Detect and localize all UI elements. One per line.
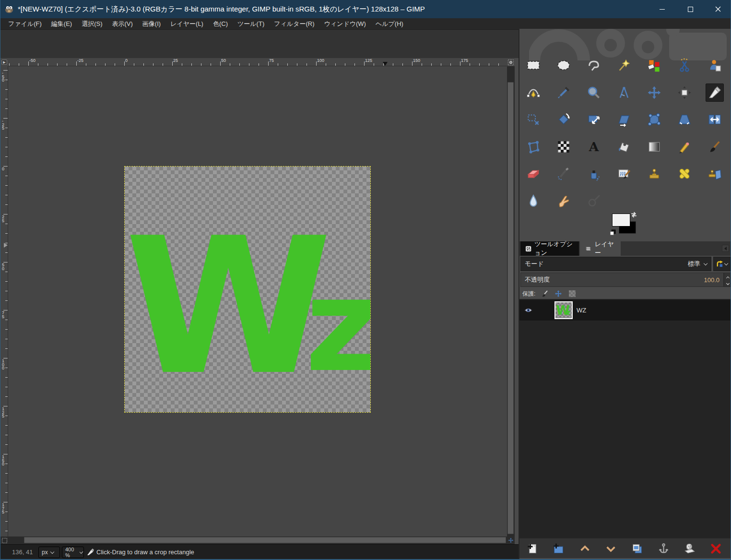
lock-position-icon[interactable] [554,290,562,298]
opacity-spinner[interactable] [724,273,731,287]
tool-ellipse-select[interactable] [554,56,573,74]
layer-mode-dropdown[interactable]: モード 標準 [520,257,711,271]
horizontal-scrollbar[interactable] [8,536,507,544]
dock-menu-button[interactable] [722,245,729,252]
tool-perspective[interactable] [675,110,694,129]
measure-icon [616,85,632,100]
lower-layer-button[interactable] [602,540,620,557]
menu-item-0[interactable]: ファイル(F) [3,18,47,30]
tool-flip[interactable] [706,110,724,129]
new-layer-button[interactable] [523,540,542,557]
menu-item-3[interactable]: 表示(V) [107,18,138,30]
menu-item-1[interactable]: 編集(E) [47,18,77,30]
layer-name[interactable]: WZ [577,307,586,314]
airbrush-icon [556,166,571,181]
tool-scissors-select[interactable] [675,56,694,74]
zoom-follow-window-button[interactable] [507,58,515,66]
tool-heal[interactable] [675,165,694,183]
quick-mask-toggle[interactable] [0,536,8,544]
tool-perspective-clone[interactable] [706,165,724,183]
tool-fuzzy-select[interactable] [615,56,633,74]
menu-item-7[interactable]: ツール(T) [233,18,269,30]
menu-item-10[interactable]: ヘルプ(H) [371,18,408,30]
new-layer-group-button[interactable] [550,540,568,557]
vertical-scrollbar-thumb[interactable] [507,82,514,534]
ruler-tick [354,63,355,66]
ruler-label: 1 0 0 [2,359,4,370]
anchor-layer-button[interactable] [654,540,672,557]
tool-free-select[interactable] [585,56,603,74]
unit-dropdown[interactable]: px [38,547,60,558]
tab-layers[interactable]: レイヤー [580,241,621,256]
close-button[interactable] [707,0,729,18]
tool-measure[interactable] [615,83,633,102]
ruler-label: -25 [77,59,83,63]
tool-color-picker[interactable] [554,83,573,102]
tool-ink[interactable] [585,165,603,183]
tool-select-by-color[interactable] [645,56,663,74]
tool-smudge[interactable] [554,192,573,210]
default-colors-icon[interactable] [610,229,616,236]
image-canvas[interactable]: W z [124,166,371,413]
tool-cage-transform[interactable] [524,138,542,156]
navigation-button[interactable] [507,536,515,544]
vertical-scrollbar[interactable] [507,66,515,536]
menu-item-6[interactable]: 色(C) [208,18,233,30]
tool-clone[interactable] [645,165,663,183]
tool-text[interactable]: A [585,138,603,156]
title-bar[interactable]: *[NEW-WZ70] (エクスポート済み)-3.0 (RGBカラー 8-bit… [0,0,731,18]
tool-airbrush[interactable] [554,165,573,183]
smudge-icon [556,193,571,209]
layer-visibility-eye-icon[interactable] [524,306,532,314]
menu-item-5[interactable]: レイヤー(L) [165,18,208,30]
layer-list[interactable]: W z WZ [519,299,731,538]
tool-bucket-fill[interactable] [615,138,633,156]
maximize-button[interactable] [679,0,701,18]
zoom-dropdown[interactable]: 400 % [62,547,84,558]
tool-unified-transform[interactable] [524,110,542,129]
menu-item-8[interactable]: フィルター(R) [269,18,319,30]
tool-foreground-select[interactable] [706,56,724,74]
horizontal-ruler[interactable]: -50-250255075100125150175 [8,58,507,66]
tool-gradient[interactable] [645,138,663,156]
swap-colors-icon[interactable] [630,211,637,218]
menu-item-9[interactable]: ウィンドウ(W) [319,18,370,30]
tool-scale[interactable] [585,110,603,129]
tab-tool-options[interactable]: ツールオプション [520,241,579,256]
tool-pencil[interactable] [675,138,694,156]
opacity-slider[interactable]: 不透明度 100.0 [520,273,724,287]
menu-item-2[interactable]: 選択(S) [77,18,107,30]
tool-blur-sharpen[interactable] [524,192,542,210]
tool-shear[interactable] [615,110,633,129]
foreground-color-swatch[interactable] [612,214,630,226]
tool-zoom[interactable] [585,83,603,102]
menu-item-4[interactable]: 画像(I) [138,18,165,30]
ruler-tick [5,252,8,253]
tool-crop[interactable] [706,83,724,102]
raise-layer-button[interactable] [576,540,594,557]
minimize-button[interactable] [651,0,673,18]
ruler-corner-menu[interactable]: ▶ [0,58,8,66]
layer-row[interactable]: W z WZ [519,300,731,321]
tool-dodge-burn[interactable] [585,192,603,210]
add-layer-mask-button[interactable] [681,540,699,557]
ruler-label: -50 [29,59,35,63]
lock-pixels-icon[interactable] [541,290,549,298]
delete-layer-button[interactable] [707,540,725,557]
tool-align[interactable] [675,83,694,102]
lock-alpha-icon[interactable] [569,290,576,297]
horizontal-scrollbar-thumb[interactable] [24,537,506,543]
tool-paths[interactable] [524,83,542,102]
tool-rotate[interactable] [554,110,573,129]
vertical-ruler[interactable]: - 5 0- 2 502 55 07 51 0 01 2 51 5 01 7 5 [0,66,8,536]
tool-eraser[interactable] [524,165,542,183]
duplicate-layer-button[interactable] [628,540,646,557]
tool-rectangle-select[interactable] [524,56,542,74]
tool-paintbrush[interactable] [706,138,724,156]
tool-handle-transform[interactable] [645,110,663,129]
tool-move[interactable] [645,83,663,102]
mode-group-switch-button[interactable] [713,257,731,271]
tool-mypaint-brush[interactable] [615,165,633,183]
ruler-tick [5,435,8,435]
tool-warp-transform[interactable] [554,138,573,156]
